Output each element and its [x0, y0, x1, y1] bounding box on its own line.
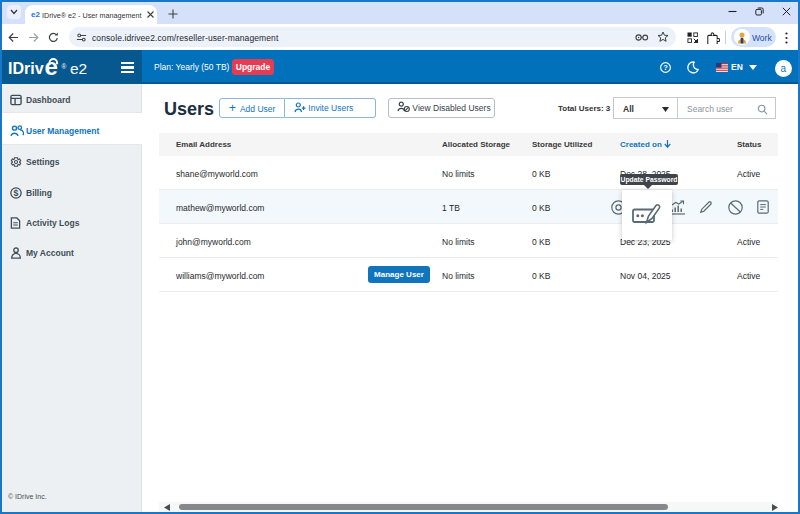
svg-text:?: ?	[663, 63, 668, 72]
svg-text:$: $	[14, 188, 19, 198]
